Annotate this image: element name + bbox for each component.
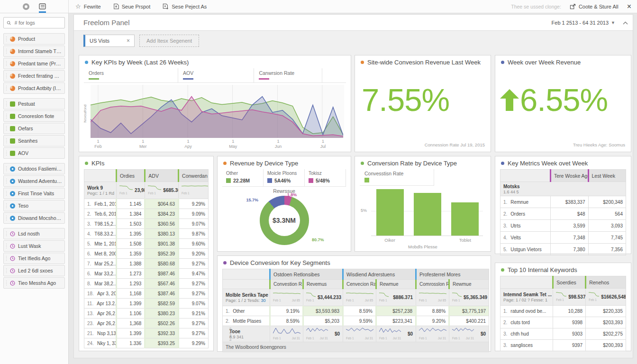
table-row[interactable]: 1.Feb.1, 2015 1.145$064.639.29% <box>84 199 209 209</box>
drag-handle-icon[interactable] <box>6 215 8 221</box>
table-row[interactable]: 13.Apr 26,2... 1.106$380.239.21% <box>84 309 209 318</box>
table-row[interactable]: 18.Apr 3, 2013 1,168$387.469.27% <box>84 289 209 299</box>
table-row[interactable]: 3.chth hud 9303 $202,275 <box>500 328 626 340</box>
drag-handle-icon[interactable] <box>6 48 8 54</box>
column-header[interactable]: Ordies <box>117 170 145 182</box>
date-range-picker[interactable]: Feb 1 2513 - 64 31 2013 ▼ <box>552 20 615 26</box>
drag-handle-icon[interactable] <box>6 268 8 273</box>
component-search[interactable] <box>3 17 65 28</box>
column-header[interactable]: Convestion R... <box>270 280 303 289</box>
drag-handle-icon[interactable] <box>6 166 8 172</box>
column-header[interactable]: ADV <box>145 170 179 182</box>
drag-handle-icon[interactable] <box>6 280 8 286</box>
segment-chip[interactable]: US Vists × <box>83 35 135 47</box>
column-header[interactable]: Soerdies <box>553 276 586 289</box>
table-row[interactable]: 6.Met 8, 2003 1.359$952.399.20% <box>84 249 209 259</box>
legend-item[interactable]: Other 22.28M <box>222 169 264 186</box>
sidebar-item[interactable]: Teso <box>3 200 65 211</box>
table-row[interactable]: 7.Mar 25,2... 1.388$580.689.27% <box>84 259 209 269</box>
segment-column-header[interactable]: Ostdoen Retlonsibes <box>270 269 343 280</box>
sidebar-item[interactable]: Wastend Adventures <box>3 175 65 187</box>
drag-handle-icon[interactable] <box>6 113 8 119</box>
drag-handle-icon[interactable] <box>6 61 8 66</box>
column-header[interactable]: Cenvecion Rale <box>343 280 376 289</box>
bar[interactable] <box>376 189 404 236</box>
sidebar-item[interactable]: Intornd Stameb Thum (os... <box>3 46 65 57</box>
column-header[interactable]: Rewmue <box>376 280 416 289</box>
drag-handle-icon[interactable] <box>6 243 8 249</box>
drag-handle-icon[interactable] <box>6 255 8 261</box>
drag-handle-icon[interactable] <box>6 150 8 156</box>
workspace-tab[interactable] <box>39 0 46 13</box>
legend-item[interactable]: Moicle Ploons 5A46% <box>264 169 305 186</box>
save-project-button[interactable]: Seue Prspot <box>113 3 151 9</box>
area-chart[interactable]: Novoulfond <box>91 85 344 138</box>
table-row[interactable]: 24.Nky 1, 33... 1.336$393.259.29% <box>84 338 209 348</box>
search-input[interactable] <box>14 19 62 26</box>
column-header[interactable]: Tere Woske Ago <box>551 170 589 182</box>
drag-handle-icon[interactable] <box>6 73 8 79</box>
drag-handle-icon[interactable] <box>6 138 8 144</box>
table-row[interactable]: 5.Ustgun Vietors 7,380 7,356 <box>500 244 626 255</box>
sidebar-item[interactable]: Outdoos Fasliemities <box>3 163 65 174</box>
sidebar-item[interactable]: Lust Wask <box>3 240 65 252</box>
sidebar-item[interactable]: Diowand Mocshootikp C... <box>3 212 65 224</box>
drag-handle-icon[interactable] <box>6 101 8 107</box>
table-row[interactable]: 2.Mottle Plases8.59%$5,2039.59%$223,3419… <box>223 316 489 326</box>
column-header[interactable]: Revemus <box>303 280 343 289</box>
table-row[interactable]: 8.Mar 38,2... 1.293$567.469.27% <box>84 279 209 289</box>
table-row[interactable]: 3.sanglisces 9397 $200,393 <box>500 340 626 351</box>
table-row[interactable]: 3.T98.15,2... 1.503$360.569.07% <box>84 219 209 229</box>
add-segment-button[interactable]: Add Itesx Segenent <box>139 35 199 47</box>
column-header[interactable]: Comrosslon Rate <box>416 280 449 289</box>
segment-column-header[interactable]: Profesterrel Mores <box>416 269 489 280</box>
donut-chart[interactable]: $3.3NM 1.8% 15.7% 80.7% <box>260 196 309 245</box>
table-row[interactable]: 4.Velts 7,348 7,745 <box>500 232 626 244</box>
sidebar-item[interactable]: AOV <box>3 147 65 159</box>
legend-tab[interactable]: AOV <box>178 68 254 82</box>
sidebar-item[interactable]: Tiet Ifiedis Ago <box>3 253 65 264</box>
segment-column-header[interactable]: Wisdiend Adrerstuens <box>343 269 416 280</box>
bar-chart[interactable]: 5% <box>371 186 483 236</box>
table-row[interactable]: 1.Remnue $383,337 $200,348 <box>500 196 626 208</box>
sidebar-item[interactable]: Fredect firrating Merleods... <box>3 70 65 82</box>
sidebar-item[interactable]: Prodact Aotbity (Ihudunt) <box>3 82 65 94</box>
remove-segment-icon[interactable]: × <box>127 37 130 44</box>
drag-handle-icon[interactable] <box>6 203 8 209</box>
legend-tab[interactable]: Canwrsion Rate <box>254 68 322 82</box>
sidebar-item[interactable]: Conoreslon fiote <box>3 110 65 122</box>
bar[interactable] <box>451 202 479 236</box>
table-row[interactable]: 5.Mte 1, 2013 1.508$901.389.60% <box>84 239 209 249</box>
save-project-as-button[interactable]: Sese Peject As <box>163 3 207 9</box>
sidebar-item[interactable]: Finst Tinse Vaits <box>3 188 65 199</box>
table-row[interactable]: 2.Orders $48 564 <box>500 208 626 220</box>
table-row[interactable]: 21.Nsp 3,13... 1.399$392.339.27% <box>84 328 209 338</box>
table-row[interactable]: 3.Utrts 3,599 3,093 <box>500 220 626 232</box>
sidebar-item[interactable]: Seanhes <box>3 135 65 146</box>
drag-handle-icon[interactable] <box>6 231 8 237</box>
table-row[interactable]: 2.cluts tord 9398 $203,393 <box>500 317 626 328</box>
column-header[interactable]: Lest Week <box>588 170 626 182</box>
legend-tab[interactable]: Orders <box>84 68 178 82</box>
table-row[interactable]: 2.Teb.6, 2013 1.384$384.239.09% <box>84 209 209 219</box>
table-row[interactable]: 6.Mar 33,2... 1.273$987.469.47% <box>84 269 209 279</box>
column-header[interactable]: Rewmue <box>449 280 489 289</box>
table-row[interactable]: 4.T68.33.2... 1.395$380.139.87% <box>84 229 209 239</box>
sidebar-item[interactable]: Pestuat <box>3 98 65 109</box>
column-header[interactable]: Renehos <box>586 276 626 289</box>
drag-handle-icon[interactable] <box>6 126 8 131</box>
share-all-button[interactable]: Coote & Sture All <box>570 4 619 9</box>
sidebar-item[interactable]: Lsd nosth <box>3 228 65 239</box>
sidebar-item[interactable]: Tieo Messhs Ago <box>3 277 65 289</box>
drag-handle-icon[interactable] <box>6 85 8 91</box>
close-icon[interactable]: × <box>627 3 631 10</box>
legend-item[interactable]: Tokisz 5/48% <box>305 169 346 186</box>
table-row[interactable]: 1.ratund ovod be... 10,288 $220,335 <box>500 306 626 317</box>
drag-handle-icon[interactable] <box>6 178 8 184</box>
drag-handle-icon[interactable] <box>6 191 8 196</box>
favorite-button[interactable]: ☆ Fewrite <box>75 3 101 9</box>
drag-handle-icon[interactable] <box>6 36 8 42</box>
panel-collapse-button[interactable] <box>623 20 628 26</box>
table-row[interactable]: 11.Apr 13.2... 1.399$582.599.07% <box>84 299 209 309</box>
sidebar-item[interactable]: Led 2 6dl sxoes <box>3 265 65 276</box>
